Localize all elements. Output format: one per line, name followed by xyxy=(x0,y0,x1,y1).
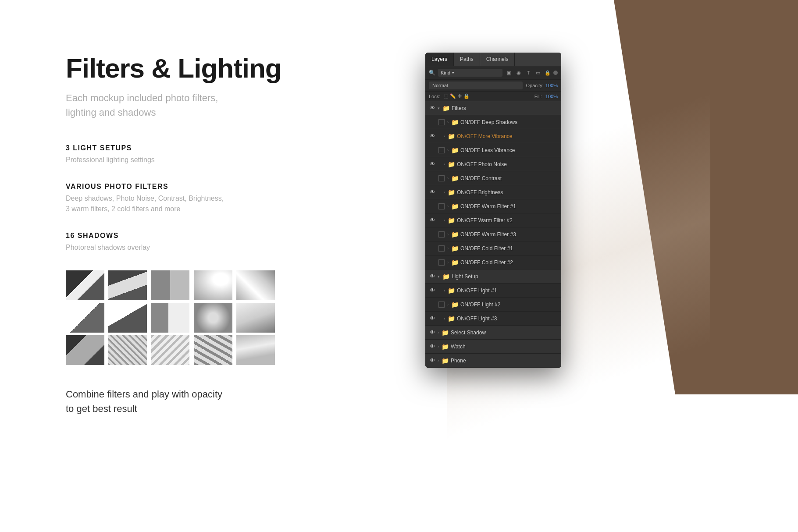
layer-light-1[interactable]: 👁 › 📁 ON/OFF Light #1 xyxy=(425,284,561,298)
pixel-filter-icon[interactable]: ▣ xyxy=(505,69,513,77)
ps-blend-row: Normal Opacity: 100% xyxy=(425,80,561,92)
opacity-value[interactable]: 100% xyxy=(545,83,558,88)
content-area: Filters & Lighting Each mockup included … xyxy=(0,0,798,532)
layer-name-phone: Phone xyxy=(451,358,466,364)
layer-more-vibrance[interactable]: 👁 › 📁 ON/OFF More Vibrance xyxy=(425,129,561,143)
layer-phone[interactable]: 👁 › 📁 Phone xyxy=(425,354,561,368)
shadow-thumb-12 xyxy=(108,335,147,365)
shadow-thumb-9 xyxy=(194,303,232,333)
layer-watch[interactable]: 👁 › 📁 Watch xyxy=(425,340,561,354)
shadow-thumb-13 xyxy=(151,335,189,365)
ps-layers-list: 👁 ▾ 📁 Filters › 📁 ON/OFF Deep Shadows 👁 … xyxy=(425,101,561,368)
lock-artboard-icon[interactable]: 🔒 xyxy=(463,93,470,99)
adjustment-filter-icon[interactable]: ◉ xyxy=(515,69,523,77)
section-desc-3: Photoreal shadows overlay xyxy=(66,242,338,253)
opacity-control: Opacity: 100% xyxy=(526,83,558,88)
layer-brightness[interactable]: 👁 › 📁 ON/OFF Brightness xyxy=(425,185,561,199)
lock-pixels-icon[interactable]: ⬚ xyxy=(444,93,448,99)
ps-lock-row: Lock: ⬚ ✏️ ✚ 🔒 Fill: 100% xyxy=(425,92,561,101)
layer-name-filters: Filters xyxy=(452,105,466,111)
shadow-thumb-15 xyxy=(236,335,275,365)
left-panel: Filters & Lighting Each mockup included … xyxy=(66,53,338,416)
lock-icons: ⬚ ✏️ ✚ 🔒 xyxy=(444,93,470,99)
layer-photo-noise[interactable]: 👁 › 📁 ON/OFF Photo Noise xyxy=(425,157,561,171)
shadow-thumb-3 xyxy=(151,270,189,300)
photoshop-panel: Layers Paths Channels 🔍 Kind ▾ ▣ ◉ T ▭ 🔒… xyxy=(425,53,561,368)
layer-light-2[interactable]: › 📁 ON/OFF Light #2 xyxy=(425,298,561,312)
layer-cold-filter-2[interactable]: › 📁 ON/OFF Cold Filter #2 xyxy=(425,255,561,270)
layer-warm-filter-2[interactable]: 👁 › 📁 ON/OFF Warm Filter #2 xyxy=(425,213,561,227)
kind-label: Kind xyxy=(441,70,450,75)
fill-label: Fill: xyxy=(534,94,542,99)
shadow-thumb-5 xyxy=(236,270,275,300)
tab-layers[interactable]: Layers xyxy=(425,53,454,66)
section-heading-1: 3 LIGHT SETUPS xyxy=(66,144,338,152)
tab-paths[interactable]: Paths xyxy=(454,53,480,66)
layer-contrast[interactable]: › 📁 ON/OFF Contrast xyxy=(425,171,561,185)
chevron-filters: ▾ xyxy=(438,106,440,110)
shadow-thumbnails-grid xyxy=(66,270,276,365)
layer-select-shadow[interactable]: 👁 › 📁 Select Shadow xyxy=(425,326,561,340)
ps-kind-toolbar: 🔍 Kind ▾ ▣ ◉ T ▭ 🔒 xyxy=(425,66,561,80)
shadow-thumb-7 xyxy=(108,303,147,333)
opacity-label: Opacity: xyxy=(526,83,544,88)
chevron-down-icon: ▾ xyxy=(452,71,454,75)
section-desc-1: Professional lighting settings xyxy=(66,155,338,165)
shadow-thumb-2 xyxy=(108,270,147,300)
check-deep-shadows[interactable] xyxy=(438,119,445,125)
section-photo-filters: VARIOUS PHOTO FILTERS Deep shadows, Phot… xyxy=(66,183,338,214)
layer-cold-filter-1[interactable]: › 📁 ON/OFF Cold Filter #1 xyxy=(425,241,561,255)
shadow-thumb-14 xyxy=(194,335,232,365)
section-desc-2: Deep shadows, Photo Noise, Contrast, Bri… xyxy=(66,193,338,214)
layer-deep-shadows[interactable]: › 📁 ON/OFF Deep Shadows xyxy=(425,115,561,129)
folder-icon-filters: 📁 xyxy=(442,105,450,112)
lock-label: Lock: xyxy=(429,94,440,99)
shadow-thumb-6 xyxy=(66,303,104,333)
layer-name-light-setup: Light Setup xyxy=(452,273,478,280)
shadow-thumb-4 xyxy=(194,270,232,300)
search-icon: 🔍 xyxy=(429,70,435,76)
kind-dropdown[interactable]: Kind ▾ xyxy=(438,69,502,77)
bottom-text: Combine filters and play with opacityto … xyxy=(66,387,338,416)
eye-filters[interactable]: 👁 xyxy=(428,104,437,113)
layer-warm-filter-1[interactable]: › 📁 ON/OFF Warm Filter #1 xyxy=(425,199,561,213)
type-filter-icon[interactable]: T xyxy=(524,69,532,77)
layer-name-select-shadow: Select Shadow xyxy=(451,330,486,336)
shadow-thumb-8 xyxy=(151,303,189,333)
shadow-thumb-1 xyxy=(66,270,104,300)
section-shadows: 16 SHADOWS Photoreal shadows overlay xyxy=(66,232,338,253)
smartobject-filter-icon[interactable]: 🔒 xyxy=(544,69,552,77)
section-light-setups: 3 LIGHT SETUPS Professional lighting set… xyxy=(66,144,338,165)
layer-light-setup[interactable]: 👁 ▾ 📁 Light Setup xyxy=(425,270,561,284)
layer-less-vibrance[interactable]: › 📁 ON/OFF Less Vibrance xyxy=(425,143,561,157)
layer-filters[interactable]: 👁 ▾ 📁 Filters xyxy=(425,101,561,115)
layer-warm-filter-3[interactable]: › 📁 ON/OFF Warm Filter #3 xyxy=(425,227,561,241)
filter-dot xyxy=(553,71,558,75)
blend-mode-dropdown[interactable]: Normal xyxy=(429,82,523,89)
ps-tabs: Layers Paths Channels xyxy=(425,53,561,66)
layer-name-watch: Watch xyxy=(451,344,466,350)
filter-icons: ▣ ◉ T ▭ 🔒 xyxy=(505,69,558,77)
layer-light-3[interactable]: 👁 › 📁 ON/OFF Light #3 xyxy=(425,312,561,326)
fill-value[interactable]: 100% xyxy=(545,94,558,99)
section-heading-3: 16 SHADOWS xyxy=(66,232,338,240)
lock-all-icon[interactable]: ✚ xyxy=(458,93,462,99)
tab-channels[interactable]: Channels xyxy=(480,53,515,66)
page-subtitle: Each mockup included photo filters,light… xyxy=(66,91,338,120)
shadow-thumb-11 xyxy=(66,335,104,365)
shape-filter-icon[interactable]: ▭ xyxy=(534,69,542,77)
section-heading-2: VARIOUS PHOTO FILTERS xyxy=(66,183,338,191)
lock-position-icon[interactable]: ✏️ xyxy=(450,93,456,99)
shadow-thumb-10 xyxy=(236,303,275,333)
page-title: Filters & Lighting xyxy=(66,53,338,84)
